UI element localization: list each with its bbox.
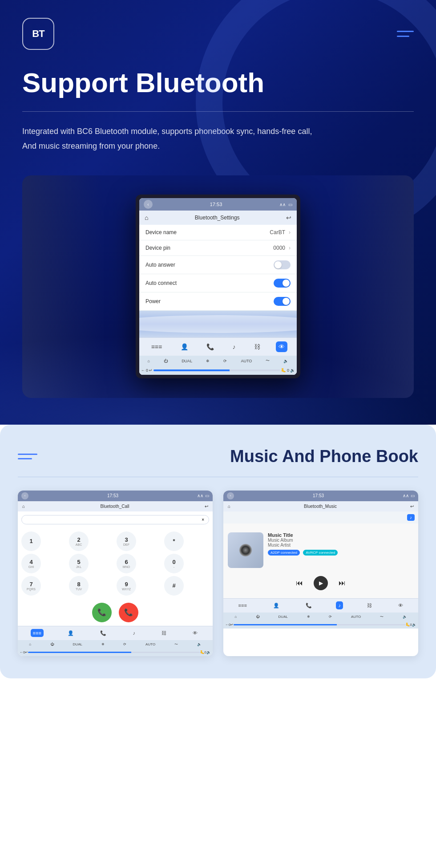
device-pin-row: Device pin 0000 › bbox=[139, 240, 297, 256]
dialpad-0[interactable]: 0 - bbox=[164, 554, 184, 573]
music-clim-power[interactable]: ⏻ bbox=[256, 615, 259, 619]
dialpad-7[interactable]: 7 PQRS bbox=[21, 576, 41, 596]
dialpad-1[interactable]: 1 bbox=[21, 531, 41, 551]
menu-button[interactable] bbox=[397, 31, 414, 37]
call-clim-vol[interactable]: 🔈 bbox=[197, 642, 202, 646]
music-icon-btn[interactable]: ♪ bbox=[230, 341, 238, 352]
clim-power[interactable]: ⏻ bbox=[164, 359, 168, 363]
call-hangup-button[interactable]: 📞 bbox=[119, 603, 138, 622]
call-contacts-icon[interactable]: 👤 bbox=[65, 629, 76, 637]
phone-icon-btn[interactable]: 📞 bbox=[204, 341, 217, 352]
call-phone-icon[interactable]: 📞 bbox=[98, 629, 109, 637]
power-toggle[interactable] bbox=[274, 297, 291, 306]
music-contacts-icon[interactable]: 👤 bbox=[271, 601, 282, 610]
home-icon[interactable]: ⌂ bbox=[145, 214, 148, 221]
prev-button[interactable]: ⏮ bbox=[296, 579, 303, 587]
call-music-icon[interactable]: ♪ bbox=[130, 629, 137, 637]
music-clim2-back[interactable]: ← bbox=[225, 623, 229, 627]
clim-dual[interactable]: DUAL bbox=[182, 359, 192, 363]
music-home-icon[interactable]: ⌂ bbox=[228, 504, 230, 509]
call-search-clear[interactable]: × bbox=[202, 517, 204, 522]
auto-connect-toggle[interactable] bbox=[274, 279, 291, 288]
bottom-menu-button[interactable] bbox=[18, 454, 37, 459]
call-clim2-foot[interactable]: 🦶 bbox=[200, 650, 205, 654]
call-actions: 📞 📞 bbox=[18, 599, 213, 626]
call-clim2-back[interactable]: ← bbox=[20, 650, 23, 654]
clim-vol[interactable]: 🔈 bbox=[283, 359, 288, 363]
clim-fan[interactable]: ⟳ bbox=[223, 359, 227, 363]
dialpad-star[interactable]: * bbox=[164, 531, 184, 551]
dialpad-8[interactable]: 8 TUV bbox=[69, 576, 89, 596]
clim2-back[interactable]: ← bbox=[141, 368, 145, 373]
music-clim-snow[interactable]: ❄ bbox=[307, 615, 310, 619]
call-back-btn[interactable]: ‹ bbox=[21, 492, 28, 499]
device-name-value: CarBT bbox=[270, 229, 285, 235]
music-clim-auto[interactable]: AUTO bbox=[351, 615, 361, 619]
dialpad-4[interactable]: 4 GHI bbox=[21, 554, 41, 573]
climate-bar-2: ← 0 ↵ 🦶 0 🔉 bbox=[139, 366, 297, 375]
dialpad-hash[interactable]: # bbox=[164, 576, 184, 596]
music-note-icon[interactable]: ♪ bbox=[407, 514, 415, 521]
music-clim-home[interactable]: ⌂ bbox=[234, 615, 237, 619]
music-clim-vol[interactable]: 🔈 bbox=[403, 615, 407, 619]
auto-answer-toggle[interactable] bbox=[274, 260, 291, 269]
call-temp-slider[interactable] bbox=[28, 652, 200, 653]
dialpad-5[interactable]: 5 JKL bbox=[69, 554, 89, 573]
music-menu-icon[interactable]: ≡≡≡ bbox=[236, 601, 249, 609]
link-icon-btn[interactable]: ⛓ bbox=[251, 341, 263, 352]
next-button[interactable]: ⏭ bbox=[339, 579, 346, 587]
music-clim2-foot[interactable]: 🦶 bbox=[406, 623, 410, 627]
call-search-bar[interactable]: × bbox=[21, 515, 209, 524]
music-temp-slider[interactable] bbox=[234, 624, 405, 625]
music-link-icon[interactable]: ⛓ bbox=[365, 601, 374, 609]
clim2-voldown[interactable]: 🔉 bbox=[290, 368, 295, 373]
menu-icon-btn[interactable]: ≡≡≡ bbox=[149, 341, 165, 352]
clim2-floor[interactable]: ↵ bbox=[149, 368, 153, 373]
clim-auto[interactable]: AUTO bbox=[241, 359, 252, 363]
call-clim2-floor[interactable]: ↵ bbox=[25, 650, 28, 654]
clim2-footicon[interactable]: 🦶 bbox=[281, 368, 286, 373]
music-eye-icon[interactable]: 👁 bbox=[396, 601, 405, 609]
call-clim-auto[interactable]: AUTO bbox=[145, 642, 155, 646]
music-bottombar: ≡≡≡ 👤 📞 ♪ ⛓ 👁 bbox=[223, 598, 418, 612]
temp-slider[interactable] bbox=[153, 369, 280, 371]
contacts-icon-btn[interactable]: 👤 bbox=[178, 341, 191, 352]
music-clim-dual[interactable]: DUAL bbox=[279, 615, 288, 619]
music-clim-fan[interactable]: ⟳ bbox=[329, 615, 332, 619]
call-clim-power[interactable]: ⏻ bbox=[50, 642, 54, 646]
call-eye-icon[interactable]: 👁 bbox=[190, 629, 200, 637]
device-name-value-group: CarBT › bbox=[270, 229, 291, 235]
music-back-btn[interactable]: ‹ bbox=[227, 492, 234, 499]
call-link-icon[interactable]: ⛓ bbox=[159, 629, 169, 637]
screen-back-button[interactable]: ‹ bbox=[144, 200, 153, 209]
call-clim-dual[interactable]: DUAL bbox=[73, 642, 82, 646]
call-clim2-vol[interactable]: 🔉 bbox=[206, 650, 211, 654]
clim-home[interactable]: ⌂ bbox=[148, 359, 150, 363]
music-back-icon[interactable]: ↩ bbox=[410, 504, 414, 509]
call-time: 17:53 bbox=[107, 493, 118, 498]
clim-snowflake[interactable]: ❄ bbox=[206, 359, 210, 363]
call-back-icon[interactable]: ↩ bbox=[205, 504, 208, 509]
dialpad-6[interactable]: 6 MNO bbox=[117, 554, 136, 573]
call-answer-button[interactable]: 📞 bbox=[92, 603, 112, 622]
music-phone-icon[interactable]: 📞 bbox=[303, 601, 314, 610]
music-clim-wave[interactable]: 〜 bbox=[380, 614, 384, 619]
camera-icon-btn[interactable]: 👁 bbox=[276, 341, 287, 352]
music-content: Music Title Music Album Music Artist A2D… bbox=[223, 523, 418, 598]
dialpad-2[interactable]: 2 ABC bbox=[69, 531, 89, 551]
clim-wave[interactable]: 〜 bbox=[266, 358, 270, 364]
call-menu-icon[interactable]: ≡≡≡ bbox=[31, 629, 44, 637]
battery-icon: ▭ bbox=[288, 202, 292, 207]
dialpad-3[interactable]: 3 DEF bbox=[117, 531, 136, 551]
call-clim-snow[interactable]: ❄ bbox=[101, 642, 105, 646]
music-music-icon[interactable]: ♪ bbox=[336, 601, 343, 609]
call-clim-home[interactable]: ⌂ bbox=[29, 642, 31, 646]
call-clim-fan[interactable]: ⟳ bbox=[123, 642, 126, 646]
music-clim2-floor[interactable]: ↵ bbox=[230, 623, 234, 627]
call-home-icon[interactable]: ⌂ bbox=[22, 504, 25, 509]
back-arrow-icon[interactable]: ↩ bbox=[286, 214, 291, 221]
music-clim2-vol[interactable]: 🔉 bbox=[412, 623, 416, 627]
play-button[interactable]: ▶ bbox=[314, 576, 328, 590]
call-clim-wave[interactable]: 〜 bbox=[174, 642, 178, 647]
dialpad-9[interactable]: 9 WXYZ bbox=[117, 576, 136, 596]
